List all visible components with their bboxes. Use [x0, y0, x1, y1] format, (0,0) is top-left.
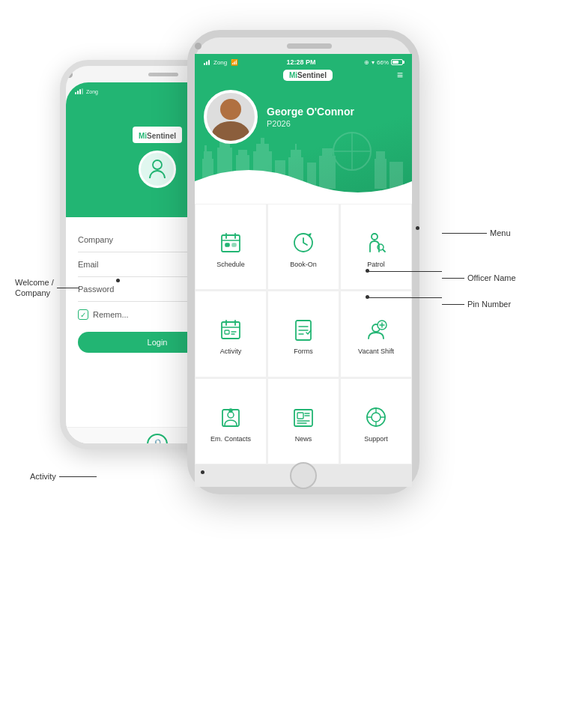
- annotation-activity-label: Activity: [30, 472, 56, 481]
- back-logo-sentinel: Sentinel: [147, 132, 176, 140]
- news-icon: [289, 403, 318, 431]
- menu-item-vacant-shift[interactable]: Vacant Shift: [340, 291, 412, 377]
- book-on-svg: [291, 231, 315, 255]
- forms-svg: [291, 318, 315, 342]
- svg-rect-8: [238, 150, 247, 157]
- location-icon: ⊕: [364, 59, 369, 66]
- patrol-icon: [362, 228, 390, 257]
- svg-rect-18: [322, 148, 333, 157]
- annotation-officer-label: Officer Name: [467, 273, 516, 282]
- header-wave: [195, 159, 412, 204]
- svg-rect-39: [225, 330, 229, 334]
- svg-point-32: [372, 234, 378, 240]
- signal-icon: [75, 88, 83, 94]
- annotation-welcome-dot: [116, 279, 120, 282]
- app-header: Zong 📶 12:28 PM ⊕ ▾ 66%: [195, 54, 412, 204]
- book-on-label: Book-On: [290, 261, 317, 268]
- annotation-officer-line: [442, 278, 464, 279]
- front-notch: [195, 37, 412, 54]
- hamburger-menu-icon[interactable]: ≡: [397, 69, 403, 81]
- news-label: News: [295, 435, 312, 443]
- annotation-pin-hline: [367, 297, 442, 298]
- time-display: 12:28 PM: [287, 58, 316, 66]
- signal-bar-1: [75, 92, 76, 94]
- svg-point-60: [372, 413, 381, 422]
- annotation-welcome-line: [57, 288, 79, 288]
- battery-fill: [392, 61, 398, 64]
- app-profile-area: George O'Connor P2026: [195, 84, 412, 144]
- annotation-officer-hline: [367, 271, 442, 272]
- menu-item-patrol[interactable]: Patrol: [340, 204, 412, 290]
- vacant-shift-icon: [362, 315, 390, 344]
- svg-point-52: [229, 409, 232, 412]
- patrol-label: Patrol: [367, 261, 385, 268]
- annotation-menu-label: Menu: [490, 228, 511, 237]
- menu-item-news[interactable]: News: [267, 378, 339, 464]
- profile-avatar: [204, 90, 258, 144]
- forms-label: Forms: [294, 348, 313, 355]
- menu-item-schedule[interactable]: Schedule: [195, 204, 267, 290]
- back-carrier: Zong: [75, 88, 98, 94]
- back-logo-mi: Mi: [139, 132, 147, 140]
- menu-item-support[interactable]: Support: [340, 378, 412, 464]
- bar3: [208, 60, 210, 65]
- annotation-pin-dot: [366, 295, 369, 299]
- user-portrait: [207, 93, 255, 141]
- app-status-bar: Zong 📶 12:28 PM ⊕ ▾ 66%: [195, 54, 412, 66]
- app-menu-grid: Schedule Book-On: [195, 204, 412, 464]
- back-logo: MiSentinel: [133, 127, 182, 143]
- wave-svg: [195, 159, 412, 204]
- svg-rect-3: [204, 145, 207, 153]
- back-speaker: [148, 73, 178, 76]
- annotation-welcome: Welcome /Company: [15, 277, 79, 299]
- support-icon: [362, 403, 390, 431]
- person-head: [220, 99, 241, 120]
- lock-icon: 🔒: [147, 434, 168, 450]
- svg-point-0: [153, 160, 162, 169]
- annotation-pin-line: [442, 304, 464, 305]
- signal-bar-3: [79, 89, 81, 94]
- signal-bar-2: [77, 91, 79, 94]
- support-label: Support: [364, 435, 388, 443]
- menu-item-em-contacts[interactable]: Em. Contacts: [195, 378, 267, 464]
- activity-svg: [219, 318, 243, 342]
- back-user-icon: [148, 159, 166, 180]
- battery-percent: 66%: [377, 59, 389, 66]
- activity-icon: [216, 315, 245, 344]
- activity-label: Activity: [220, 348, 242, 355]
- front-speaker: [287, 43, 332, 49]
- logo-sentinel: Sentinel: [297, 71, 327, 79]
- svg-rect-54: [297, 413, 303, 419]
- menu-item-forms[interactable]: Forms: [267, 291, 339, 377]
- svg-line-34: [383, 249, 385, 252]
- signal-bars-icon: [204, 59, 210, 65]
- em-contacts-label: Em. Contacts: [210, 435, 251, 443]
- app-nav-bar: MiSentinel ≡: [195, 66, 412, 84]
- logo-mi: Mi: [289, 71, 297, 79]
- remember-checkbox[interactable]: ✓: [78, 309, 88, 320]
- back-avatar: [139, 151, 176, 188]
- officer-name: George O'Connor: [267, 106, 354, 118]
- schedule-svg: [219, 231, 243, 255]
- remember-label: Remem...: [93, 310, 129, 319]
- annotation-activity-line: [59, 476, 97, 477]
- schedule-icon: [216, 228, 245, 257]
- front-screen: Zong 📶 12:28 PM ⊕ ▾ 66%: [195, 54, 412, 464]
- status-left: Zong 📶: [204, 59, 238, 66]
- svg-rect-35: [222, 322, 240, 339]
- back-camera: [66, 71, 73, 78]
- battery-icon: [391, 59, 403, 65]
- signal-bar-4: [82, 88, 83, 94]
- svg-rect-15: [295, 144, 297, 151]
- person-body: [212, 121, 249, 144]
- home-button[interactable]: [290, 462, 317, 489]
- annotation-menu-dot: [416, 226, 419, 230]
- battery-tip: [403, 61, 404, 64]
- support-svg: [364, 405, 388, 429]
- signal-icon-right: ▾: [372, 59, 375, 66]
- status-right: ⊕ ▾ 66%: [364, 59, 403, 66]
- menu-item-book-on[interactable]: Book-On: [267, 204, 339, 290]
- annotation-menu: Menu: [442, 228, 511, 237]
- news-svg: [291, 405, 315, 429]
- menu-item-activity[interactable]: Activity: [195, 291, 267, 377]
